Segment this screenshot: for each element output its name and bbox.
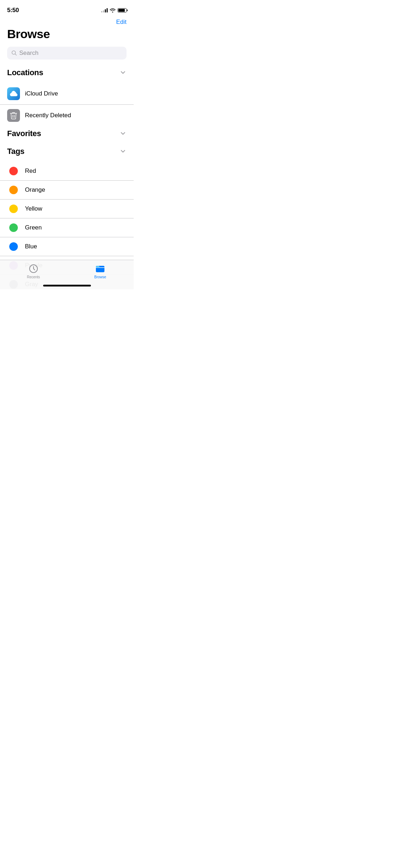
tag-label-orange: Orange	[25, 186, 45, 193]
status-time: 5:50	[7, 7, 19, 14]
browse-tab-label: Browse	[94, 275, 106, 279]
tab-browse[interactable]: Browse	[67, 264, 134, 279]
icloud-drive-item[interactable]: iCloud Drive	[0, 83, 134, 105]
tag-label-green: Green	[25, 224, 42, 231]
home-indicator	[43, 285, 91, 286]
locations-chevron-icon	[119, 69, 127, 76]
favorites-section: Favorites	[0, 129, 134, 144]
tag-item-blue[interactable]: Blue	[0, 237, 134, 256]
search-container: Search	[0, 47, 134, 68]
locations-section: Locations iCloud Drive	[0, 68, 134, 126]
recents-tab-icon	[29, 264, 38, 274]
tag-item-red[interactable]: Red	[0, 162, 134, 181]
recents-tab-label: Recents	[27, 275, 40, 279]
recently-deleted-icon	[7, 109, 20, 122]
tags-title: Tags	[7, 147, 25, 156]
header: Edit	[0, 16, 134, 26]
scroll-content: Search Locations iCloud Drive	[0, 47, 134, 289]
tags-chevron-icon	[119, 148, 127, 155]
tag-dot-orange	[9, 186, 18, 194]
browse-tab-icon	[95, 264, 105, 274]
recently-deleted-item[interactable]: Recently Deleted	[0, 105, 134, 126]
wifi-icon	[110, 8, 115, 12]
favorites-title: Favorites	[7, 129, 41, 138]
tag-dot-yellow	[9, 205, 18, 213]
svg-rect-3	[96, 266, 99, 268]
search-icon	[11, 50, 17, 56]
edit-button[interactable]: Edit	[116, 19, 127, 26]
status-bar: 5:50	[0, 0, 134, 16]
tag-dot-blue	[9, 242, 18, 251]
page-title: Browse	[7, 27, 50, 41]
tag-item-yellow[interactable]: Yellow	[0, 200, 134, 218]
signal-icon	[101, 8, 108, 12]
icloud-drive-icon	[7, 87, 20, 100]
tag-dot-red	[9, 167, 18, 175]
tag-item-orange[interactable]: Orange	[0, 181, 134, 200]
page-title-section: Browse	[0, 26, 134, 47]
favorites-chevron-icon	[119, 130, 127, 137]
search-placeholder: Search	[19, 50, 38, 57]
favorites-header[interactable]: Favorites	[0, 129, 134, 144]
tag-item-green[interactable]: Green	[0, 218, 134, 237]
recently-deleted-label: Recently Deleted	[25, 112, 71, 119]
battery-icon	[118, 8, 127, 12]
icloud-drive-label: iCloud Drive	[25, 90, 58, 97]
tags-header[interactable]: Tags	[0, 147, 134, 162]
tag-label-blue: Blue	[25, 243, 37, 250]
tag-label-red: Red	[25, 167, 36, 175]
locations-title: Locations	[7, 68, 43, 77]
tab-recents[interactable]: Recents	[0, 264, 67, 279]
tag-label-yellow: Yellow	[25, 205, 42, 212]
tag-dot-green	[9, 223, 18, 232]
search-bar[interactable]: Search	[7, 47, 127, 60]
status-icons	[101, 8, 127, 12]
locations-header[interactable]: Locations	[0, 68, 134, 83]
